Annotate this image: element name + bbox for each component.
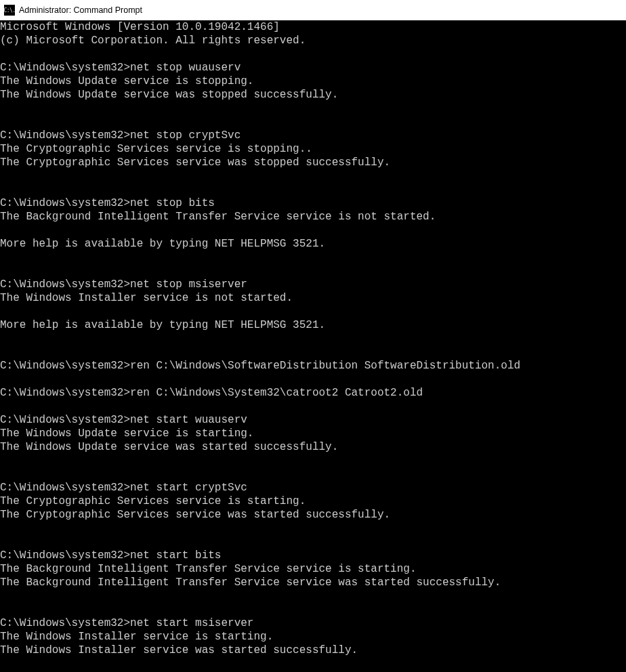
terminal-line bbox=[0, 169, 626, 183]
terminal-line: The Windows Update service is stopping. bbox=[0, 75, 626, 88]
terminal-line bbox=[0, 224, 626, 237]
terminal-line bbox=[0, 305, 626, 318]
terminal-line: C:\Windows\system32>net start bits bbox=[0, 549, 626, 562]
terminal-line bbox=[0, 535, 626, 549]
window-titlebar[interactable]: C:\. Administrator: Command Prompt bbox=[0, 0, 626, 20]
terminal-line bbox=[0, 400, 626, 413]
terminal-line: The Windows Installer service was starte… bbox=[0, 644, 626, 657]
terminal-output[interactable]: Microsoft Windows [Version 10.0.19042.14… bbox=[0, 20, 626, 657]
terminal-line: C:\Windows\system32>net stop bits bbox=[0, 196, 626, 210]
terminal-line bbox=[0, 251, 626, 264]
terminal-line: C:\Windows\system32>net stop msiserver bbox=[0, 278, 626, 291]
terminal-line bbox=[0, 522, 626, 535]
terminal-line: The Cryptographic Services service was s… bbox=[0, 508, 626, 522]
terminal-line: C:\Windows\system32>ren C:\Windows\Softw… bbox=[0, 359, 626, 373]
window-title: Administrator: Command Prompt bbox=[19, 5, 142, 15]
terminal-line: Microsoft Windows [Version 10.0.19042.14… bbox=[0, 20, 626, 34]
terminal-line: The Windows Installer service is not sta… bbox=[0, 291, 626, 305]
terminal-line bbox=[0, 373, 626, 386]
terminal-line bbox=[0, 603, 626, 616]
terminal-line bbox=[0, 47, 626, 61]
terminal-line bbox=[0, 467, 626, 481]
terminal-line: C:\Windows\system32>net start cryptSvc bbox=[0, 481, 626, 495]
terminal-line: More help is available by typing NET HEL… bbox=[0, 237, 626, 251]
terminal-line bbox=[0, 454, 626, 467]
terminal-line: The Windows Installer service is startin… bbox=[0, 630, 626, 644]
terminal-line: C:\Windows\system32>net stop wuauserv bbox=[0, 61, 626, 75]
terminal-line: C:\Windows\system32>ren C:\Windows\Syste… bbox=[0, 386, 626, 400]
terminal-line: (c) Microsoft Corporation. All rights re… bbox=[0, 34, 626, 47]
terminal-line: The Windows Update service was started s… bbox=[0, 440, 626, 454]
terminal-line: The Background Intelligent Transfer Serv… bbox=[0, 576, 626, 589]
terminal-line bbox=[0, 183, 626, 196]
terminal-line: The Cryptographic Services service was s… bbox=[0, 156, 626, 169]
terminal-line: More help is available by typing NET HEL… bbox=[0, 318, 626, 332]
terminal-line bbox=[0, 102, 626, 115]
terminal-line: C:\Windows\system32>net start wuauserv bbox=[0, 413, 626, 427]
terminal-line bbox=[0, 264, 626, 278]
terminal-line: C:\Windows\system32>net start msiserver bbox=[0, 616, 626, 630]
terminal-line: C:\Windows\system32>net stop cryptSvc bbox=[0, 129, 626, 142]
terminal-line: The Cryptographic Services service is st… bbox=[0, 495, 626, 508]
terminal-line bbox=[0, 345, 626, 359]
terminal-line bbox=[0, 115, 626, 129]
terminal-line: The Windows Update service was stopped s… bbox=[0, 88, 626, 102]
cmd-icon: C:\. bbox=[4, 5, 15, 16]
terminal-line bbox=[0, 589, 626, 603]
terminal-line bbox=[0, 332, 626, 345]
terminal-line: The Windows Update service is starting. bbox=[0, 427, 626, 440]
terminal-line: The Background Intelligent Transfer Serv… bbox=[0, 562, 626, 576]
terminal-line: The Background Intelligent Transfer Serv… bbox=[0, 210, 626, 224]
terminal-line: The Cryptographic Services service is st… bbox=[0, 142, 626, 156]
